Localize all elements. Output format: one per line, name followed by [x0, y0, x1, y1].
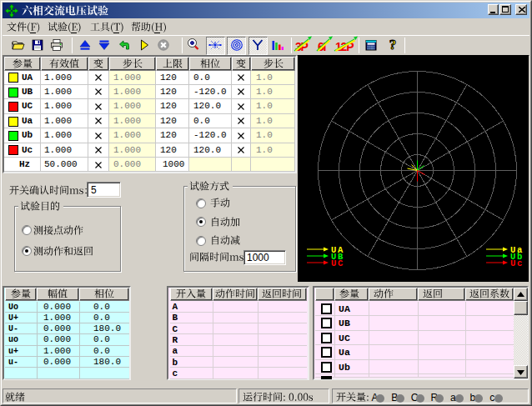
svg-text:UC: UC	[331, 258, 344, 268]
svg-text:Uc: Uc	[510, 258, 524, 268]
